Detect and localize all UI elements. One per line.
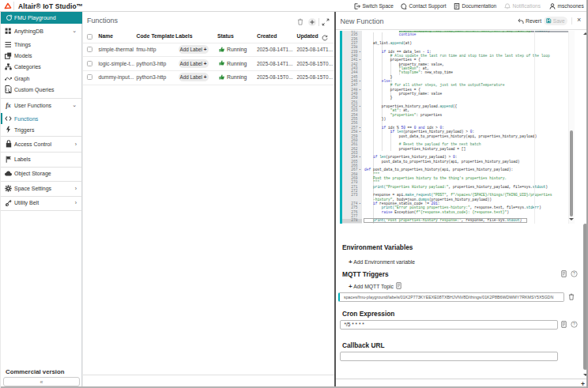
svg-text:?: ? — [573, 271, 575, 276]
svg-text:?: ? — [573, 322, 575, 326]
